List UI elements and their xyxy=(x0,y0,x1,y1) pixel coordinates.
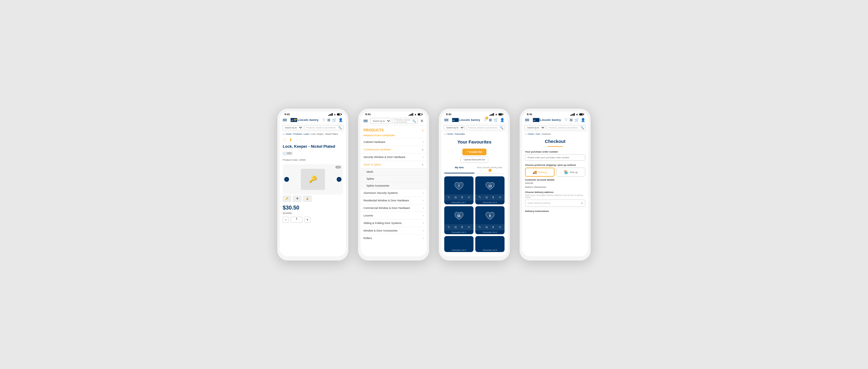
wifi-icon-2: ▲ xyxy=(414,113,417,116)
scene: 9:41 ▲ xyxy=(265,90,603,279)
thumbnail-3[interactable]: 🔒 xyxy=(303,196,312,202)
tab-lincoln-sentry-lists[interactable]: Your Lincoln Sentry lists 4 xyxy=(474,164,504,173)
create-list-button[interactable]: + Create list xyxy=(462,149,486,155)
menu-item-mesh[interactable]: Mesh & Spline ∧ xyxy=(361,161,427,168)
search-button-4[interactable]: 🔍 xyxy=(581,126,584,129)
share-list-4-button[interactable]: ⬆ xyxy=(492,225,494,229)
quantity-input[interactable]: 1 xyxy=(290,217,303,223)
edit-list-1-button[interactable]: ✎ xyxy=(447,196,450,199)
menu-item-aluminium[interactable]: Aluminium Security Systems › xyxy=(361,189,427,196)
hamburger-icon-4[interactable] xyxy=(525,119,529,122)
search-select-2[interactable]: Search by text xyxy=(370,118,391,124)
user-icon-4[interactable]: 👤 xyxy=(581,118,585,122)
chevron-up-icon: ∧ xyxy=(422,148,424,151)
share-list-2-button[interactable]: ⬆ xyxy=(492,196,494,199)
hamburger-icon-3[interactable] xyxy=(444,119,448,122)
cart-icon[interactable]: 🛒 xyxy=(332,118,337,122)
list-2-count: 13 xyxy=(488,185,492,188)
search-select-4[interactable]: Search by text xyxy=(524,125,546,130)
menu-item-security[interactable]: Security Window & Door Hardware › xyxy=(361,153,427,161)
search-button[interactable]: 🔍 xyxy=(338,126,342,129)
phone-product-detail: 9:41 ▲ xyxy=(277,108,349,261)
save-to-favourites-icon[interactable]: ♡ xyxy=(283,137,287,142)
wishlist-icon-4[interactable]: ♡ xyxy=(564,118,568,122)
list-2-label: Favourite List 2 xyxy=(475,201,504,205)
menu-item-louvres[interactable]: Louvres › xyxy=(361,212,427,219)
delete-list-2-button[interactable]: ✕ xyxy=(499,196,501,199)
logo-text-3: Lincoln Sentry xyxy=(459,119,480,122)
menu-item-cabinet[interactable]: Cabinet Hardware › xyxy=(361,138,427,146)
menu-items-list: Cabinet Hardware › Architectural Hardwar… xyxy=(361,138,427,242)
edit-list-3-button[interactable]: ✎ xyxy=(447,225,450,229)
chevron-down-icon-2: › xyxy=(423,156,424,159)
menu-item-window-door[interactable]: Window & Door Accessories › xyxy=(361,227,427,234)
product-actions: ♡ ⬆ xyxy=(280,136,346,144)
edit-list-2-button[interactable]: ✎ xyxy=(478,196,481,199)
menu-item-architectural[interactable]: Architectural Hardware ∧ xyxy=(361,146,427,153)
copy-list-2-button[interactable]: ⧉ xyxy=(486,196,488,199)
search-button-3[interactable]: 🔍 xyxy=(500,126,503,129)
logo-text-4: Lincoln Sentry xyxy=(540,119,561,122)
product-title: Lock, Keeper - Nickel Plated xyxy=(280,144,346,150)
list-4-count: 9 xyxy=(489,214,491,218)
tab-lincoln-sentry-label: Your Lincoln Sentry lists xyxy=(476,166,502,169)
logo-svg: LS xyxy=(290,118,297,122)
edit-list-4-button[interactable]: ✎ xyxy=(478,225,481,229)
product-price: $30.50 xyxy=(280,203,346,212)
sub-item-spline-accessories[interactable]: Spline Accessories xyxy=(361,182,427,189)
quantity-increase-button[interactable]: + xyxy=(304,217,310,223)
compare-icon-3[interactable]: ⊞ xyxy=(489,118,492,122)
share-list-3-button[interactable]: ⬆ xyxy=(461,225,463,229)
search-category-select[interactable]: Search by text xyxy=(282,125,303,130)
menu-collapse-icon[interactable]: ∧ xyxy=(422,129,424,132)
share-list-1-button[interactable]: ⬆ xyxy=(461,196,463,199)
sub-item-spline[interactable]: Spline xyxy=(361,175,427,182)
menu-item-aluminium-label: Aluminium Security Systems xyxy=(364,191,398,194)
copy-list-4-button[interactable]: ⧉ xyxy=(486,225,488,229)
list-1-actions: ✎ ⧉ ⬆ ✕ xyxy=(444,194,473,201)
user-icon-3[interactable]: 👤 xyxy=(500,118,504,122)
sub-item-mesh[interactable]: Mesh xyxy=(361,168,427,175)
upload-list-button[interactable]: Upload favourite list xyxy=(461,156,488,163)
chevron-down-icon-8: › xyxy=(423,229,424,232)
hamburger-icon-2[interactable] xyxy=(364,120,368,122)
delete-list-3-button[interactable]: ✕ xyxy=(468,225,470,229)
thumbnail-2[interactable]: ⚙ xyxy=(293,196,301,202)
hamburger-icon[interactable] xyxy=(283,119,287,122)
compare-icon-4[interactable]: ⊞ xyxy=(569,118,572,122)
favourite-list-5: Favourite List 5 xyxy=(444,236,473,252)
thumbnail-1[interactable]: 🔑 xyxy=(283,196,291,202)
cart-icon-3[interactable]: 🛒 xyxy=(494,118,498,122)
search-select-3[interactable]: Search by text xyxy=(444,125,465,130)
copy-list-3-button[interactable]: ⧉ xyxy=(455,225,457,229)
delete-list-4-button[interactable]: ✕ xyxy=(499,225,501,229)
search-button-2[interactable]: 🔍 xyxy=(412,119,416,123)
menu-item-residential[interactable]: Residential Window & Door Hardware › xyxy=(361,196,427,204)
pickup-option[interactable]: 🏪 Pick up xyxy=(556,167,585,177)
compare-icon[interactable]: ⊞ xyxy=(327,118,330,122)
tab-my-lists[interactable]: My lists xyxy=(444,164,474,173)
delivery-option[interactable]: 🚚 Delivery xyxy=(525,167,555,177)
po-input[interactable] xyxy=(525,154,585,161)
delivery-address-select[interactable]: Select delivery address ∨ xyxy=(525,199,585,207)
list-1-count: 7 xyxy=(458,185,460,188)
wishlist-icon-3[interactable]: ♡2 xyxy=(484,118,487,122)
menu-item-commercial[interactable]: Commercial Window & Door Hardware › xyxy=(361,204,427,212)
list-1-label: Favourite List 1 xyxy=(444,201,473,205)
pdf-icon[interactable]: 📄 PDF xyxy=(283,152,293,155)
user-icon[interactable]: 👤 xyxy=(338,118,343,122)
cart-icon-4[interactable]: 🛒 xyxy=(575,118,579,122)
image-prev-button[interactable]: ‹ xyxy=(284,177,289,182)
copy-list-1-button[interactable]: ⧉ xyxy=(455,196,457,199)
products-by-category-label: PRODUCTS BY CATEGORY xyxy=(361,133,427,138)
menu-item-rollers[interactable]: Rollers › xyxy=(361,234,427,242)
menu-item-sliding[interactable]: Sliding & Folding Door Systems › xyxy=(361,219,427,227)
quantity-decrease-button[interactable]: − xyxy=(283,217,289,223)
checkout-title: Checkout xyxy=(522,136,588,146)
breadcrumb-4: ⌂›Home›Cart›Checkout xyxy=(522,132,588,136)
delete-list-1-button[interactable]: ✕ xyxy=(468,196,470,199)
wishlist-icon[interactable]: ♡ xyxy=(322,118,326,122)
share-icon[interactable]: ⬆ xyxy=(289,137,292,142)
menu-close-button[interactable]: ✕ xyxy=(420,119,424,123)
image-next-button[interactable]: › xyxy=(337,177,341,182)
